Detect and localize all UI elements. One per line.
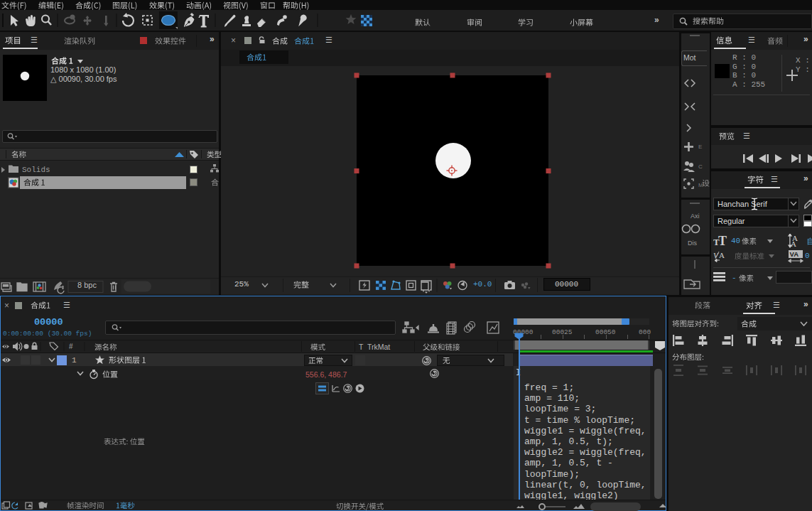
svg-text:T: T <box>718 235 727 247</box>
svg-text:E: E <box>698 144 702 150</box>
svg-text:C: C <box>698 163 703 170</box>
svg-text:A: A <box>791 240 796 248</box>
svg-text:Dis: Dis <box>688 240 697 247</box>
svg-text:A: A <box>719 251 725 259</box>
svg-text:Axi: Axi <box>691 213 700 220</box>
svg-text:VA: VA <box>790 250 799 258</box>
svg-text:V: V <box>713 251 719 259</box>
svg-text:#: # <box>69 343 73 350</box>
